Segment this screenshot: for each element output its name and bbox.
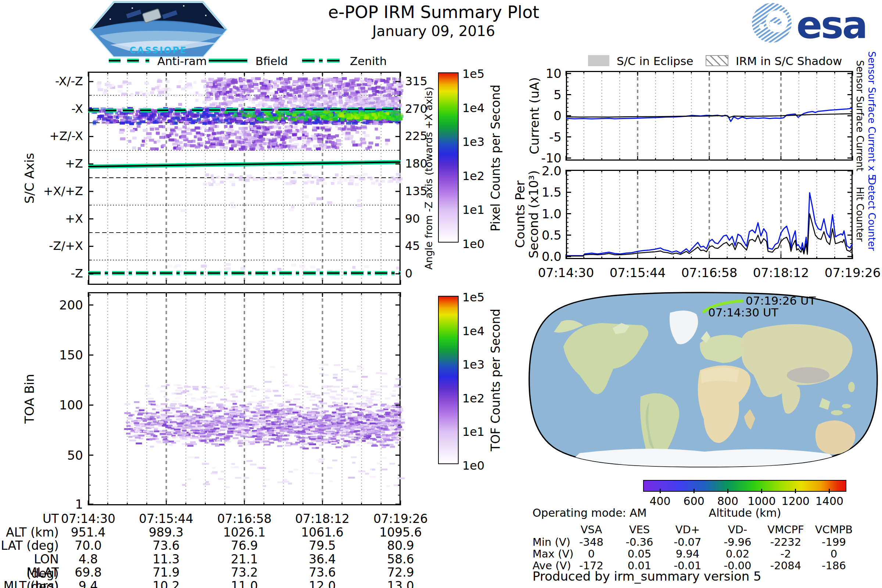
current-right-label-black: Sensor Surface Current: [854, 60, 866, 171]
pixel-colorbar: [438, 72, 459, 243]
voltage-cell: -9.96: [712, 536, 763, 548]
voltage-cell: 0.05: [614, 548, 665, 560]
esa-wordmark: esa: [796, 3, 867, 47]
counts-ytick: 2.0: [514, 164, 561, 178]
ephemeris-cell: 951.4: [48, 525, 129, 540]
page-date: January 09, 2016: [276, 23, 592, 39]
voltage-cell: 9.94: [662, 548, 713, 560]
spec1-right-tick: 90: [405, 212, 420, 226]
ephemeris-cell: 1061.6: [282, 525, 363, 540]
tof-colorbar-tick: 1e4: [462, 324, 484, 338]
spec1-right-tick: 0: [405, 266, 412, 280]
eclipse-label: S/C in Eclipse: [616, 54, 693, 68]
ephemeris-cell: 1095.6: [360, 525, 441, 540]
voltage-cell: -0.07: [662, 536, 713, 548]
pixel-colorbar-tick: 1e1: [462, 203, 484, 217]
voltage-cell: -2084: [760, 560, 812, 572]
tof-colorbar-tick: 1e2: [462, 392, 484, 405]
operating-mode: Operating mode: AM: [532, 506, 647, 519]
counts-xtick: 07:14:30: [525, 266, 606, 280]
spec1-right-tick: 270: [405, 102, 428, 116]
counts-ytick: 0.5: [514, 228, 561, 243]
ephemeris-cell: 13.0: [360, 579, 441, 588]
badge-text: CASSIOPE: [130, 45, 188, 56]
shadow-label: IRM in S/C Shadow: [736, 54, 842, 68]
counts-ytick: 1.0: [514, 207, 561, 221]
spec1-right-tick: 315: [405, 74, 428, 88]
ephemeris-cell: 70.0: [48, 538, 129, 553]
page: CASSIOPE e-POP IRM Summary Plot January …: [0, 0, 882, 588]
ephemeris-cell: 07:15:44: [126, 512, 207, 526]
spec2-ytick: 150: [0, 348, 83, 362]
altitude-colorbar: [643, 480, 846, 492]
voltage-cell: -348: [566, 536, 617, 548]
spec1-ytick: -Z/+X: [0, 239, 83, 253]
zenith-line-sample: [302, 58, 342, 63]
ephemeris-cell: 72.9: [360, 565, 441, 579]
ephemeris-cell: 07:18:12: [282, 512, 363, 526]
spec1-right-tick: 225: [405, 129, 428, 143]
tof-colorbar-label: TOF Counts per Second: [488, 309, 503, 451]
ephemeris-cell: 71.9: [126, 565, 207, 579]
ground-track-map: 07:19:26 UT 07:14:30 UT: [528, 291, 878, 468]
spec1-ytick: +Z: [0, 156, 83, 171]
ephemeris-cell: 21.1: [204, 552, 285, 566]
voltage-cell: -186: [808, 560, 860, 572]
ephemeris-cell: 1026.1: [204, 525, 285, 540]
ephemeris-cell: 73.6: [282, 565, 363, 579]
tof-colorbar-tick: 1e5: [462, 290, 484, 304]
altitude-tick-mark: [693, 489, 694, 493]
tof-colorbar-tick: 1e0: [462, 459, 484, 472]
spec1-right-tick: 135: [405, 184, 428, 198]
counts-ytick: 1.5: [514, 185, 561, 200]
pixel-colorbar-tick: 1e3: [462, 135, 484, 149]
counts-right-label-blue: Detect Counter: [866, 178, 877, 251]
counts-xtick: 07:16:58: [669, 266, 750, 280]
counts-right-label-black: Hit Counter: [854, 187, 866, 242]
ephemeris-cell: 36.4: [282, 552, 363, 566]
spec2-ytick: 50: [0, 448, 83, 463]
bfield-line-sample: [209, 58, 248, 63]
altitude-tick-mark: [795, 489, 796, 493]
spec2-ytick: 100: [0, 398, 83, 412]
current-ytick: 5: [514, 87, 561, 102]
counts-xtick: 07:15:44: [597, 266, 678, 280]
cassiope-mission-badge: CASSIOPE: [88, 1, 235, 57]
current-ytick: 10: [514, 66, 561, 81]
spec1-right-tick: 45: [405, 239, 420, 253]
tof-spectrogram-canvas: [88, 292, 400, 506]
spec1-ytick: -Z: [0, 266, 83, 280]
current-ytick: -5: [514, 130, 561, 144]
spec1-ytick: -X: [0, 102, 83, 116]
produced-by: Produced by irm_summary version 5: [532, 569, 762, 584]
spec1-ytick: +Z/-X: [0, 129, 83, 143]
voltage-cell: 0: [566, 548, 617, 560]
pixel-colorbar-tick: 1e4: [462, 101, 484, 115]
current-plot-canvas: [566, 71, 853, 160]
tof-colorbar-tick: 1e1: [462, 425, 484, 439]
anti-ram-line-sample: [109, 58, 149, 63]
ephemeris-cell: 989.3: [126, 525, 207, 540]
spec2-ytick: 1: [0, 497, 83, 512]
shadow-hatch-swatch: [706, 55, 728, 66]
voltage-cell: -2232: [760, 536, 812, 548]
pixel-colorbar-label: Pixel Counts per Second: [488, 84, 503, 231]
tof-colorbar: [438, 296, 459, 464]
spec2-ytick: 200: [0, 298, 83, 312]
voltage-cell: -2: [760, 548, 812, 560]
spec1-ytick: -X/-Z: [0, 74, 83, 88]
counts-xtick: 07:19:26: [812, 266, 882, 280]
legend-bfield-label: Bfield: [255, 54, 288, 68]
track-start-label: 07:14:30 UT: [708, 306, 779, 319]
spec1-ytick: +X: [0, 212, 83, 226]
eclipse-swatch: [588, 55, 609, 66]
ephemeris-cell: 07:14:30: [48, 512, 129, 526]
ephemeris-cell: 73.6: [126, 538, 207, 553]
voltage-cell: -0.36: [614, 536, 665, 548]
ephemeris-cell: 11.0: [204, 579, 285, 588]
pixel-spectrogram-canvas: [88, 72, 400, 285]
esa-logo: esa: [750, 2, 879, 45]
ephemeris-cell: 07:19:26: [360, 512, 441, 526]
voltage-column-header: VES: [614, 524, 665, 536]
spec1-right-tick: 180: [405, 156, 428, 171]
